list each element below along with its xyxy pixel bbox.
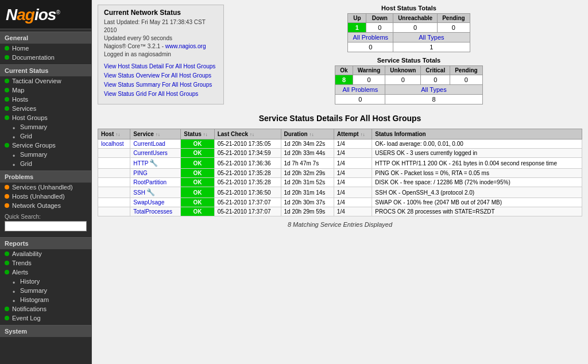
sidebar-item-sg-summary[interactable]: • Summary: [0, 150, 91, 159]
sidebar-item-service-groups[interactable]: Service Groups: [0, 141, 91, 150]
dot-icon: [5, 203, 9, 208]
cell-host: [98, 207, 130, 216]
link-host-detail[interactable]: View Host Status Detail For All Host Gro…: [104, 62, 218, 71]
cell-service: CurrentLoad: [130, 140, 181, 149]
service-details: Service Status Details For All Host Grou…: [92, 108, 588, 234]
svc-all-types[interactable]: All Types: [421, 86, 446, 93]
status-totals-container: Host Status Totals Up Down Unreachable P…: [224, 5, 582, 104]
sidebar-item-alert-histogram[interactable]: • Histogram: [0, 295, 91, 304]
host-value-down[interactable]: 0: [366, 23, 393, 33]
sidebar-item-tactical-overview[interactable]: Tactical Overview: [0, 76, 91, 86]
bullet-icon: •: [13, 134, 17, 138]
service-link[interactable]: PING: [133, 170, 147, 176]
cell-service: RootPartition: [130, 178, 181, 187]
service-link[interactable]: CurrentUsers: [133, 150, 167, 156]
cell-last-check: 05-21-2010 17:37:07: [214, 207, 281, 216]
sidebar-label: Home: [12, 45, 29, 52]
sidebar-item-event-log[interactable]: Event Log: [0, 313, 91, 323]
svc-value-critical[interactable]: 0: [421, 75, 450, 85]
search-input[interactable]: [5, 221, 87, 231]
host-value-pending[interactable]: 0: [438, 23, 470, 33]
nagios-link[interactable]: www.nagios.org: [165, 43, 206, 49]
sidebar-item-alert-history[interactable]: • History: [0, 277, 91, 286]
table-row: PINGOK05-21-2010 17:35:281d 20h 32m 29s1…: [98, 169, 582, 178]
sidebar-label: Hosts (Unhandled): [12, 193, 65, 200]
sidebar-label: Notifications: [12, 305, 47, 312]
col-host: Host ↑↓: [98, 129, 130, 140]
col-duration: Duration ↑↓: [281, 129, 334, 140]
col-service: Service ↑↓: [130, 129, 181, 140]
sidebar-item-sg-grid[interactable]: • Grid: [0, 159, 91, 168]
sidebar-item-documentation[interactable]: Documentation: [0, 53, 91, 62]
main-content: Current Network Status Last Updated: Fri…: [92, 0, 588, 364]
svc-all-problems[interactable]: All Problems: [342, 86, 378, 93]
sidebar-item-alert-summary[interactable]: • Summary: [0, 286, 91, 295]
service-link[interactable]: TotalProcesses: [133, 208, 172, 215]
sidebar-item-host-groups[interactable]: Host Groups: [0, 113, 91, 122]
cell-last-check: 05-21-2010 17:34:59: [214, 149, 281, 158]
sidebar-item-hosts[interactable]: Hosts: [0, 95, 91, 104]
sidebar-label: Trends: [12, 260, 32, 266]
update-interval: Updated every 90 seconds: [104, 34, 218, 42]
svc-value-unknown[interactable]: 0: [385, 75, 421, 85]
svc-header-warning: Warning: [353, 66, 385, 75]
sidebar-label: History: [20, 278, 40, 285]
col-last-check: Last Check ↑↓: [214, 129, 281, 140]
service-link[interactable]: SwapUsage: [133, 199, 164, 206]
link-status-grid[interactable]: View Status Grid For All Host Groups: [104, 90, 218, 99]
host-value-unreachable[interactable]: 0: [393, 23, 438, 33]
svc-value-ok[interactable]: 8: [335, 75, 353, 85]
host-totals-title: Host Status Totals: [235, 5, 582, 11]
cell-duration: 1d 20h 32m 29s: [281, 169, 334, 178]
host-link[interactable]: localhost: [101, 141, 123, 147]
cell-duration: 1d 20h 30m 37s: [281, 198, 334, 207]
sidebar-item-trends[interactable]: Trends: [0, 258, 91, 268]
bullet-icon: •: [13, 279, 17, 284]
col-status: Status ↑↓: [181, 129, 214, 140]
svc-value-warning[interactable]: 0: [353, 75, 385, 85]
cell-status: OK: [181, 140, 214, 149]
section-current-status: Current Status: [0, 64, 91, 76]
link-status-summary[interactable]: View Status Summary For All Host Groups: [104, 80, 218, 90]
cell-duration: 1d 7h 47m 7s: [281, 158, 334, 169]
sidebar-item-hosts-unhandled[interactable]: Hosts (Unhandled): [0, 192, 91, 201]
dot-icon: [5, 194, 9, 199]
cell-last-check: 05-21-2010 17:35:05: [214, 140, 281, 149]
table-row: TotalProcessesOK05-21-2010 17:37:071d 20…: [98, 207, 582, 216]
host-status-totals: Host Status Totals Up Down Unreachable P…: [235, 5, 582, 52]
sidebar-item-network-outages[interactable]: Network Outages: [0, 201, 91, 210]
section-system: System: [0, 325, 91, 337]
cell-attempt: 1/4: [334, 140, 372, 149]
top-bar: Current Network Status Last Updated: Fri…: [92, 0, 588, 108]
sidebar-item-availability[interactable]: Availability: [0, 249, 91, 258]
service-totals-title: Service Status Totals: [235, 57, 582, 64]
service-details-table: Host ↑↓ Service ↑↓ Status ↑↓ Last Check …: [98, 129, 582, 216]
cell-info: DISK OK - free space: / 12286 MB (72% in…: [372, 178, 582, 187]
sidebar-item-alerts[interactable]: Alerts: [0, 268, 91, 277]
sidebar-item-services-unhandled[interactable]: Services (Unhandled): [0, 183, 91, 192]
cell-last-check: 05-21-2010 17:36:36: [214, 158, 281, 169]
svc-value-pending[interactable]: 0: [450, 75, 482, 85]
sidebar-item-grid[interactable]: • Grid: [0, 131, 91, 141]
sidebar-item-home[interactable]: Home: [0, 44, 91, 53]
service-link[interactable]: SSH: [133, 189, 145, 196]
cell-last-check: 05-21-2010 17:37:07: [214, 198, 281, 207]
host-all-types[interactable]: All Types: [419, 34, 444, 41]
service-link[interactable]: CurrentLoad: [133, 141, 165, 147]
bullet-icon: •: [13, 288, 17, 293]
cell-info: SSH OK - OpenSSH_4.3 (protocol 2.0): [372, 187, 582, 198]
col-attempt: Attempt ↑↓: [334, 129, 372, 140]
logo-container[interactable]: Nagios®: [0, 0, 91, 29]
host-all-problems[interactable]: All Problems: [353, 34, 388, 41]
service-link[interactable]: HTTP: [133, 160, 148, 166]
sidebar-item-summary[interactable]: • Summary: [0, 122, 91, 131]
dot-icon: [5, 251, 9, 256]
sidebar-item-notifications[interactable]: Notifications: [0, 304, 91, 313]
sidebar-item-services[interactable]: Services: [0, 104, 91, 113]
sidebar-item-map[interactable]: Map: [0, 86, 91, 95]
link-status-overview[interactable]: View Status Overview For All Host Groups: [104, 71, 218, 80]
service-link[interactable]: RootPartition: [133, 179, 167, 185]
dot-icon: [5, 79, 9, 83]
host-value-up[interactable]: 1: [348, 23, 366, 33]
sidebar-label: Map: [12, 87, 24, 94]
